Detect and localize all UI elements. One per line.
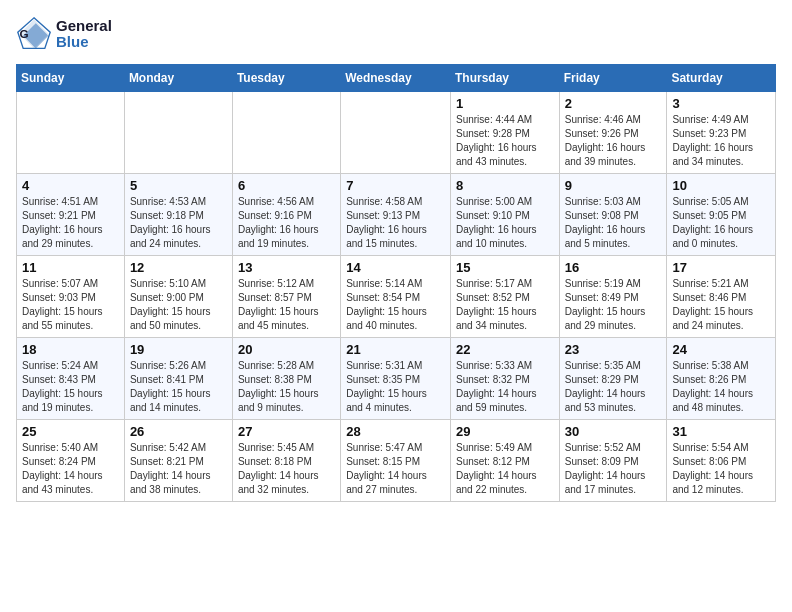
calendar-cell — [124, 92, 232, 174]
calendar-cell: 29Sunrise: 5:49 AM Sunset: 8:12 PM Dayli… — [450, 420, 559, 502]
calendar-cell: 31Sunrise: 5:54 AM Sunset: 8:06 PM Dayli… — [667, 420, 776, 502]
day-number: 23 — [565, 342, 662, 357]
day-info: Sunrise: 5:35 AM Sunset: 8:29 PM Dayligh… — [565, 359, 662, 415]
calendar-header-row: SundayMondayTuesdayWednesdayThursdayFrid… — [17, 65, 776, 92]
day-number: 11 — [22, 260, 119, 275]
day-number: 16 — [565, 260, 662, 275]
calendar-week-row: 1Sunrise: 4:44 AM Sunset: 9:28 PM Daylig… — [17, 92, 776, 174]
day-number: 14 — [346, 260, 445, 275]
day-number: 20 — [238, 342, 335, 357]
day-number: 13 — [238, 260, 335, 275]
day-number: 19 — [130, 342, 227, 357]
day-info: Sunrise: 5:38 AM Sunset: 8:26 PM Dayligh… — [672, 359, 770, 415]
calendar-cell: 28Sunrise: 5:47 AM Sunset: 8:15 PM Dayli… — [341, 420, 451, 502]
day-info: Sunrise: 5:12 AM Sunset: 8:57 PM Dayligh… — [238, 277, 335, 333]
day-info: Sunrise: 5:47 AM Sunset: 8:15 PM Dayligh… — [346, 441, 445, 497]
day-number: 18 — [22, 342, 119, 357]
day-number: 22 — [456, 342, 554, 357]
calendar-cell: 7Sunrise: 4:58 AM Sunset: 9:13 PM Daylig… — [341, 174, 451, 256]
calendar-cell: 18Sunrise: 5:24 AM Sunset: 8:43 PM Dayli… — [17, 338, 125, 420]
calendar-week-row: 18Sunrise: 5:24 AM Sunset: 8:43 PM Dayli… — [17, 338, 776, 420]
day-info: Sunrise: 4:51 AM Sunset: 9:21 PM Dayligh… — [22, 195, 119, 251]
day-info: Sunrise: 5:19 AM Sunset: 8:49 PM Dayligh… — [565, 277, 662, 333]
day-number: 28 — [346, 424, 445, 439]
day-number: 1 — [456, 96, 554, 111]
day-info: Sunrise: 4:58 AM Sunset: 9:13 PM Dayligh… — [346, 195, 445, 251]
day-info: Sunrise: 5:05 AM Sunset: 9:05 PM Dayligh… — [672, 195, 770, 251]
calendar-cell: 5Sunrise: 4:53 AM Sunset: 9:18 PM Daylig… — [124, 174, 232, 256]
calendar-cell: 22Sunrise: 5:33 AM Sunset: 8:32 PM Dayli… — [450, 338, 559, 420]
day-info: Sunrise: 5:10 AM Sunset: 9:00 PM Dayligh… — [130, 277, 227, 333]
logo-icon: G — [16, 16, 52, 52]
logo: G General Blue — [16, 16, 112, 52]
day-info: Sunrise: 4:49 AM Sunset: 9:23 PM Dayligh… — [672, 113, 770, 169]
calendar-week-row: 4Sunrise: 4:51 AM Sunset: 9:21 PM Daylig… — [17, 174, 776, 256]
calendar-cell: 20Sunrise: 5:28 AM Sunset: 8:38 PM Dayli… — [232, 338, 340, 420]
logo-text-blue: Blue — [56, 34, 112, 51]
calendar-cell: 16Sunrise: 5:19 AM Sunset: 8:49 PM Dayli… — [559, 256, 667, 338]
col-header-sunday: Sunday — [17, 65, 125, 92]
calendar-cell — [17, 92, 125, 174]
day-number: 6 — [238, 178, 335, 193]
col-header-monday: Monday — [124, 65, 232, 92]
col-header-thursday: Thursday — [450, 65, 559, 92]
day-info: Sunrise: 5:24 AM Sunset: 8:43 PM Dayligh… — [22, 359, 119, 415]
day-info: Sunrise: 5:21 AM Sunset: 8:46 PM Dayligh… — [672, 277, 770, 333]
calendar-cell — [341, 92, 451, 174]
calendar-cell: 11Sunrise: 5:07 AM Sunset: 9:03 PM Dayli… — [17, 256, 125, 338]
calendar-cell: 23Sunrise: 5:35 AM Sunset: 8:29 PM Dayli… — [559, 338, 667, 420]
day-info: Sunrise: 5:40 AM Sunset: 8:24 PM Dayligh… — [22, 441, 119, 497]
calendar-cell: 25Sunrise: 5:40 AM Sunset: 8:24 PM Dayli… — [17, 420, 125, 502]
calendar-cell: 8Sunrise: 5:00 AM Sunset: 9:10 PM Daylig… — [450, 174, 559, 256]
day-number: 8 — [456, 178, 554, 193]
day-info: Sunrise: 4:46 AM Sunset: 9:26 PM Dayligh… — [565, 113, 662, 169]
day-number: 15 — [456, 260, 554, 275]
calendar-cell: 17Sunrise: 5:21 AM Sunset: 8:46 PM Dayli… — [667, 256, 776, 338]
day-number: 12 — [130, 260, 227, 275]
day-info: Sunrise: 5:00 AM Sunset: 9:10 PM Dayligh… — [456, 195, 554, 251]
day-number: 3 — [672, 96, 770, 111]
calendar-cell: 30Sunrise: 5:52 AM Sunset: 8:09 PM Dayli… — [559, 420, 667, 502]
day-number: 31 — [672, 424, 770, 439]
day-info: Sunrise: 5:14 AM Sunset: 8:54 PM Dayligh… — [346, 277, 445, 333]
day-number: 17 — [672, 260, 770, 275]
day-info: Sunrise: 4:44 AM Sunset: 9:28 PM Dayligh… — [456, 113, 554, 169]
day-number: 9 — [565, 178, 662, 193]
calendar-cell — [232, 92, 340, 174]
calendar-cell: 13Sunrise: 5:12 AM Sunset: 8:57 PM Dayli… — [232, 256, 340, 338]
day-info: Sunrise: 5:54 AM Sunset: 8:06 PM Dayligh… — [672, 441, 770, 497]
day-number: 21 — [346, 342, 445, 357]
col-header-tuesday: Tuesday — [232, 65, 340, 92]
calendar-cell: 26Sunrise: 5:42 AM Sunset: 8:21 PM Dayli… — [124, 420, 232, 502]
calendar-cell: 10Sunrise: 5:05 AM Sunset: 9:05 PM Dayli… — [667, 174, 776, 256]
day-number: 26 — [130, 424, 227, 439]
day-info: Sunrise: 5:28 AM Sunset: 8:38 PM Dayligh… — [238, 359, 335, 415]
day-info: Sunrise: 5:31 AM Sunset: 8:35 PM Dayligh… — [346, 359, 445, 415]
calendar-cell: 24Sunrise: 5:38 AM Sunset: 8:26 PM Dayli… — [667, 338, 776, 420]
calendar-cell: 21Sunrise: 5:31 AM Sunset: 8:35 PM Dayli… — [341, 338, 451, 420]
calendar-cell: 6Sunrise: 4:56 AM Sunset: 9:16 PM Daylig… — [232, 174, 340, 256]
col-header-saturday: Saturday — [667, 65, 776, 92]
day-number: 4 — [22, 178, 119, 193]
day-info: Sunrise: 5:03 AM Sunset: 9:08 PM Dayligh… — [565, 195, 662, 251]
day-info: Sunrise: 5:26 AM Sunset: 8:41 PM Dayligh… — [130, 359, 227, 415]
day-number: 27 — [238, 424, 335, 439]
day-number: 5 — [130, 178, 227, 193]
day-info: Sunrise: 4:56 AM Sunset: 9:16 PM Dayligh… — [238, 195, 335, 251]
day-info: Sunrise: 5:52 AM Sunset: 8:09 PM Dayligh… — [565, 441, 662, 497]
calendar-cell: 27Sunrise: 5:45 AM Sunset: 8:18 PM Dayli… — [232, 420, 340, 502]
calendar-week-row: 11Sunrise: 5:07 AM Sunset: 9:03 PM Dayli… — [17, 256, 776, 338]
day-info: Sunrise: 4:53 AM Sunset: 9:18 PM Dayligh… — [130, 195, 227, 251]
day-number: 2 — [565, 96, 662, 111]
calendar-cell: 9Sunrise: 5:03 AM Sunset: 9:08 PM Daylig… — [559, 174, 667, 256]
calendar-cell: 1Sunrise: 4:44 AM Sunset: 9:28 PM Daylig… — [450, 92, 559, 174]
calendar-cell: 2Sunrise: 4:46 AM Sunset: 9:26 PM Daylig… — [559, 92, 667, 174]
day-info: Sunrise: 5:49 AM Sunset: 8:12 PM Dayligh… — [456, 441, 554, 497]
calendar-cell: 12Sunrise: 5:10 AM Sunset: 9:00 PM Dayli… — [124, 256, 232, 338]
day-info: Sunrise: 5:42 AM Sunset: 8:21 PM Dayligh… — [130, 441, 227, 497]
calendar-cell: 15Sunrise: 5:17 AM Sunset: 8:52 PM Dayli… — [450, 256, 559, 338]
col-header-wednesday: Wednesday — [341, 65, 451, 92]
calendar-table: SundayMondayTuesdayWednesdayThursdayFrid… — [16, 64, 776, 502]
day-number: 30 — [565, 424, 662, 439]
col-header-friday: Friday — [559, 65, 667, 92]
